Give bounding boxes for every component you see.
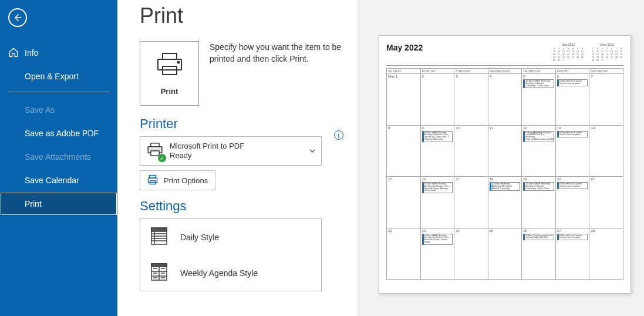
calendar-cell: 269:30am Check-in webcast for Lansing Di… <box>522 228 556 280</box>
page-title: Print <box>140 4 345 28</box>
calendar-event: 10:30am WAVE Marketing Meeting w/ Michae… <box>523 182 554 191</box>
calendar-cell: 11 <box>488 125 522 177</box>
print-button-label: Print <box>161 87 178 96</box>
main-area: Print Print Specify how you want the ite… <box>117 0 644 316</box>
svg-point-3 <box>177 61 179 63</box>
daily-style-icon <box>151 227 167 247</box>
preview-calendar-grid: SUNDAYMONDAYTUESDAYWEDNESDAYTHURSDAYFRID… <box>386 68 623 280</box>
calendar-cell: 99:00am WAVE Monday Morning Conference C… <box>420 125 454 177</box>
calendar-cell: 209:30am Fill out & submit Canned note t… <box>555 177 589 228</box>
printer-status: Ready <box>170 151 244 160</box>
calendar-cell: 169:00am WAVE Monday Morning Conference … <box>420 177 454 228</box>
calendar-cell: 69:30am Fill out & submit Canned note te… <box>555 74 589 126</box>
sidebar-item-label: Info <box>25 48 38 58</box>
print-options-button[interactable]: Print Options <box>140 170 215 190</box>
preview-page: May 2022 May 2022 2345678910111213141516… <box>379 35 631 294</box>
backstage-sidebar: Info Open & Export Save As Save as Adobe… <box>0 0 117 316</box>
sidebar-item-save-calendar[interactable]: Save Calendar <box>0 169 117 192</box>
sidebar-item-save-as: Save As <box>0 98 117 122</box>
style-weekly-agenda[interactable]: Weekly Agenda Style <box>140 255 321 291</box>
sidebar-item-label: Open & Export <box>25 72 79 81</box>
svg-rect-0 <box>163 53 177 59</box>
mini-cal-current: May 2022 2345678910111213141516171819202… <box>552 43 585 62</box>
weekday-header: SATURDAY <box>589 69 623 74</box>
calendar-event: 10:30am Marketing Stationery Meeting w/ … <box>490 182 521 191</box>
print-button[interactable]: Print <box>140 41 199 106</box>
calendar-cell: 279:30am Fill out & submit Canned note t… <box>555 228 589 280</box>
style-label: Daily Style <box>180 233 219 242</box>
calendar-cell: 21 <box>589 177 623 228</box>
calendar-event: 9:30am Fill out & submit Canned note tem… <box>557 182 588 189</box>
info-icon[interactable]: i <box>334 130 343 140</box>
sidebar-item-save-adobe-pdf[interactable]: Save as Adobe PDF <box>0 122 117 145</box>
print-settings-column: Print Print Specify how you want the ite… <box>117 0 358 316</box>
svg-rect-1 <box>158 59 181 70</box>
calendar-cell: 239:00am WAVE Monday Morning Conference … <box>420 228 454 280</box>
settings-styles-list: Daily Style Weekly Agenda Style <box>140 218 322 291</box>
calendar-cell: 15 <box>387 177 421 228</box>
calendar-event: 9:30am Check-in webcast for Lansing Digi… <box>523 234 554 241</box>
print-options-icon <box>147 174 158 187</box>
svg-rect-8 <box>149 178 157 183</box>
weekday-header: SUNDAY <box>387 69 421 74</box>
calendar-cell: 1810:30am Marketing Stationery Meeting w… <box>488 177 522 228</box>
print-preview: May 2022 May 2022 2345678910111213141516… <box>358 0 644 316</box>
weekly-agenda-icon <box>151 263 167 283</box>
calendar-cell: 129:30am Marketing Check-in Call WAVE Pa… <box>522 125 556 177</box>
svg-rect-6 <box>151 151 159 156</box>
sidebar-item-label: Save Calendar <box>25 176 79 185</box>
printer-icon <box>156 52 184 80</box>
calendar-event: 9:30am Fill out & submit Canned note tem… <box>557 234 588 241</box>
printer-status-icon: ✓ <box>146 142 164 160</box>
calendar-cell: 2 <box>420 74 454 126</box>
calendar-event: 9:00am WAVE Monday Morning Conference Ca… <box>422 234 453 245</box>
sidebar-item-label: Save as Adobe PDF <box>25 129 99 138</box>
home-icon <box>8 47 19 59</box>
calendar-cell: 510:30am WAVE Marketing Meeting w/ Micha… <box>522 74 556 126</box>
sidebar-item-label: Print <box>25 199 42 209</box>
calendar-cell: 25 <box>488 228 522 280</box>
calendar-cell: 17 <box>454 177 488 228</box>
weekday-header: THURSDAY <box>522 69 556 74</box>
calendar-event: 9:30am Fill out & submit Canned note tem… <box>557 79 588 86</box>
settings-section-title: Settings <box>140 199 345 214</box>
calendar-cell: 139:30am Fill out & submit Canned note t… <box>555 125 589 177</box>
sidebar-item-label: Save Attachments <box>25 152 91 162</box>
weekday-header: WEDNESDAY <box>488 69 522 74</box>
sidebar-item-open-export[interactable]: Open & Export <box>0 65 117 88</box>
calendar-event: 9:30am Marketing Check-in Call WAVE Part… <box>523 131 554 142</box>
weekday-header: TUESDAY <box>454 69 488 74</box>
style-label: Weekly Agenda Style <box>180 268 258 278</box>
svg-rect-11 <box>151 228 167 231</box>
print-description: Specify how you want the item to be prin… <box>210 41 345 106</box>
weekday-header: MONDAY <box>420 69 454 74</box>
style-daily[interactable]: Daily Style <box>140 219 321 255</box>
mini-calendars: May 2022 2345678910111213141516171819202… <box>552 43 623 62</box>
chevron-down-icon <box>309 146 315 156</box>
sidebar-item-label: Save As <box>25 105 55 115</box>
back-button[interactable] <box>8 8 27 27</box>
printer-dropdown[interactable]: ✓ Microsoft Print to PDF Ready <box>140 136 322 166</box>
calendar-cell: 4 <box>488 74 522 126</box>
calendar-cell: 3 <box>454 74 488 126</box>
sidebar-item-info[interactable]: Info <box>0 41 117 65</box>
calendar-cell: 22 <box>387 228 421 280</box>
weekday-header: FRIDAY <box>555 69 589 74</box>
check-icon: ✓ <box>158 154 166 162</box>
calendar-cell: 7 <box>589 74 623 126</box>
mini-cal-grid: 2345678910111213141516171819202122232425… <box>552 47 585 62</box>
calendar-cell: May 1 <box>387 74 421 126</box>
mini-cal-grid: 2345678910111213141516171819202122232425… <box>591 47 623 62</box>
sidebar-item-print[interactable]: Print <box>0 192 117 216</box>
sidebar-separator <box>8 92 109 92</box>
sidebar-item-save-attachments: Save Attachments <box>0 145 117 169</box>
calendar-cell: 1910:30am WAVE Marketing Meeting w/ Mich… <box>522 177 556 228</box>
calendar-cell: 10 <box>454 125 488 177</box>
printer-section-title: Printer <box>140 116 345 132</box>
calendar-event: 9:30am Fill out & submit Canned note tem… <box>557 131 588 138</box>
calendar-cell: 24 <box>454 228 488 280</box>
calendar-cell: 28 <box>589 228 623 280</box>
print-options-label: Print Options <box>164 176 208 185</box>
calendar-cell: 14 <box>589 125 623 177</box>
svg-rect-4 <box>151 143 159 147</box>
